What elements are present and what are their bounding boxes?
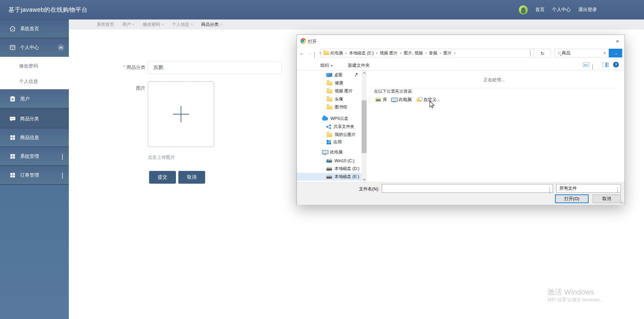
nav-logout-link[interactable]: 退出登录 [578,7,597,13]
search-input[interactable] [560,51,601,56]
toolbar-separator [297,70,625,70]
breadcrumb-item[interactable]: 本地磁盘 (E:) [348,50,375,56]
tree-item-drive-c[interactable]: Win10 (C:) [297,157,362,165]
desktop-icon [326,73,332,77]
apps-icon [327,140,331,144]
location-library[interactable]: 库 [375,97,387,103]
history-dropdown-icon[interactable] [314,52,315,58]
header-nav: 首页 个人中心 退出登录 [519,0,597,19]
help-icon [613,62,619,67]
dialog-title: 打开 [308,39,317,45]
chevron-up-icon[interactable] [58,44,64,51]
tree-item-my-cloud-pictures[interactable]: 我的云图片 [297,131,362,139]
dialog-titlebar[interactable]: 打开 [297,35,625,48]
scroll-down-icon[interactable] [362,177,367,182]
dialog-close-button[interactable] [612,37,623,45]
breadcrumb-item[interactable]: 此电脑 [329,50,344,56]
dialog-cancel-button[interactable]: 取消 [593,194,621,203]
new-folder-button[interactable]: 新建文件夹 [348,62,370,69]
views-dropdown-icon[interactable] [592,64,593,70]
breadcrumb-item[interactable]: 音频 [428,50,439,56]
filetype-select[interactable]: 所有文件 [556,184,621,193]
sidebar-item-change-password[interactable]: 修改密码 [0,58,69,74]
tree-item-drive-d[interactable]: 本地磁盘 (D:) [297,165,362,173]
back-button[interactable] [300,50,305,56]
tab-dashboard[interactable]: 系统首页 [97,21,114,28]
chevron-down-icon [62,173,63,178]
tree-item-apps[interactable]: 应用 [297,138,362,146]
tab-personal-info[interactable]: 个人信息 [172,21,193,28]
avatar[interactable] [519,5,528,14]
preview-pane-button[interactable] [602,62,609,69]
sidebar-item-product-info[interactable]: 商品信息 [0,129,69,146]
tab-change-password[interactable]: 修改密码 [143,21,164,28]
tree-item-desktop[interactable]: 桌面 [297,71,362,79]
refresh-button[interactable] [534,49,551,57]
search-clear-button[interactable] [601,50,609,56]
tree-item-this-pc[interactable]: 此电脑 [297,148,362,156]
tree-item-drive-e[interactable]: 本地磁盘 (E:) [297,173,362,181]
close-icon[interactable] [191,22,193,27]
views-button[interactable] [583,62,589,69]
scroll-up-icon[interactable] [362,70,367,76]
address-dropdown-icon[interactable] [530,51,531,55]
search-go-button[interactable] [609,49,622,57]
nav-home-link[interactable]: 首页 [535,7,545,13]
category-input[interactable] [148,61,282,74]
tree-item-avatar[interactable]: 头像 [297,95,362,103]
tree-item-shared-folder[interactable]: 共享文件夹 [297,123,362,131]
drive-icon [326,167,332,171]
image-upload-box[interactable] [148,81,214,147]
breadcrumb-item[interactable]: 图片, 视频 [403,50,424,56]
sidebar-item-users[interactable]: 用户 [0,90,69,108]
breadcrumb-separator [453,51,457,55]
location-custom[interactable]: 自定义... [417,97,440,103]
plus-icon [173,106,189,122]
open-button[interactable]: 打开(O) [555,194,589,203]
sidebar-item-system-management[interactable]: 系统管理 [0,147,69,165]
cancel-button[interactable]: 取消 [178,171,205,184]
filename-combo [382,184,553,193]
tree-item-health[interactable]: 健康 [297,79,362,87]
sidebar-item-product-category[interactable]: 商品分类 [0,110,69,128]
grid-icon [9,153,16,160]
tree-item-video-pictures[interactable]: 视频 图片 [297,87,362,95]
submit-button[interactable]: 提交 [149,171,176,184]
grid-icon [9,134,16,141]
content-divider [370,88,618,88]
folder-icon [327,105,332,109]
tree-scrollbar[interactable] [362,70,367,182]
location-computer[interactable]: 此电脑 [391,97,412,103]
sidebar-item-label: 订单管理 [20,172,39,178]
tab-users[interactable]: 用户 [122,21,135,28]
close-icon[interactable] [220,22,222,27]
sidebar-item-personal-info[interactable]: 个人信息 [0,74,69,89]
category-field-label: *商品分类 [101,64,145,71]
tree-item-wps-cloud[interactable]: WPS云盘 [297,115,362,123]
filename-input[interactable] [382,184,543,192]
chevron-down-icon[interactable] [550,187,550,193]
close-icon[interactable] [162,22,164,27]
sidebar-item-label: 系统管理 [20,153,39,160]
sidebar-submenu: 修改密码 个人信息 [0,57,69,89]
breadcrumb-item[interactable]: 视频 图片 [378,50,399,56]
organize-button[interactable]: 组织 [320,62,332,69]
sidebar-fill [0,185,69,319]
help-button[interactable] [613,62,619,67]
tab-product-category[interactable]: 商品分类 [201,21,222,28]
breadcrumb-item[interactable]: 图片 [442,50,453,56]
app-title: 基于javaweb的在线购物平台 [8,6,88,14]
close-icon[interactable] [132,22,135,27]
file-open-dialog: 打开 此电脑 本地磁盘 (E:) 视频 图片 图片, 视频 音频 图片 组织 新… [296,35,625,205]
nav-profile-link[interactable]: 个人中心 [552,7,571,13]
forward-button[interactable] [307,50,312,56]
tree-item-library-folder[interactable]: 图书馆 [297,103,362,111]
sidebar-item-order-management[interactable]: 订单管理 [0,166,69,184]
preview-pane-icon [602,62,609,67]
sidebar-item-personal-center[interactable]: 个人中心 [0,39,69,56]
sidebar-item-dashboard[interactable]: 系统首页 [0,20,69,38]
clipboard-x-icon [9,96,16,102]
scrollbar-thumb[interactable] [362,100,367,153]
resize-grip[interactable] [621,201,624,204]
breadcrumb[interactable]: 此电脑 本地磁盘 (E:) 视频 图片 图片, 视频 音频 图片 [321,49,534,57]
